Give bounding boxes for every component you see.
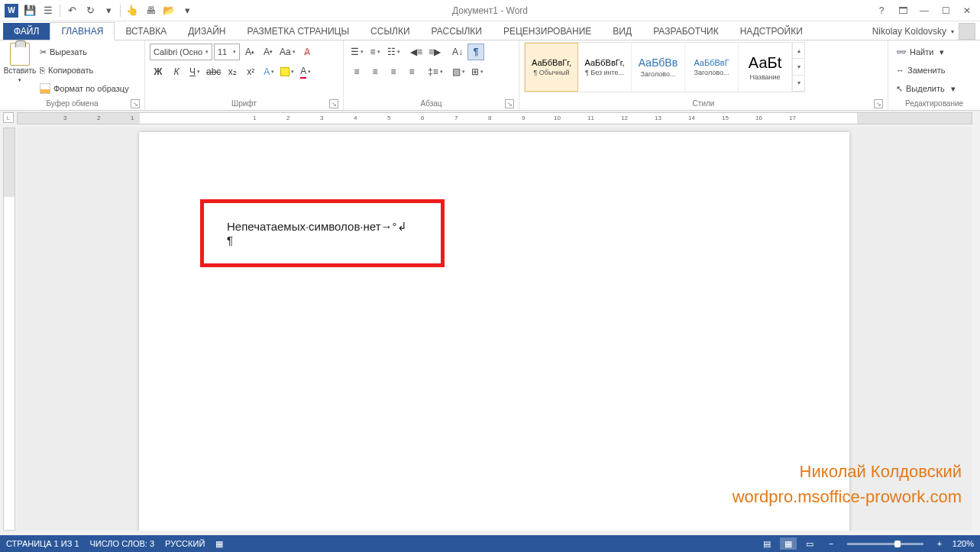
bold-button[interactable]: Ж — [150, 63, 167, 80]
tab-addins[interactable]: НАДСТРОЙКИ — [729, 23, 813, 40]
vertical-ruler[interactable] — [3, 128, 15, 531]
tab-layout[interactable]: РАЗМЕТКА СТРАНИЦЫ — [237, 23, 361, 40]
web-layout-icon[interactable]: ▭ — [801, 537, 818, 550]
minimize-icon[interactable]: — — [914, 3, 934, 18]
style-normal[interactable]: АаБбВвГг, ¶ Обычный — [525, 43, 578, 92]
superscript-button[interactable]: x² — [242, 63, 259, 80]
align-left-icon[interactable]: ≡ — [348, 63, 365, 80]
avatar[interactable] — [959, 23, 975, 40]
bullets-icon[interactable]: ☰▾ — [348, 44, 365, 60]
find-button[interactable]: 👓Найти▾ — [893, 44, 959, 60]
zoom-out-icon[interactable]: − — [823, 537, 839, 550]
increase-indent-icon[interactable]: ≡▶ — [426, 44, 443, 60]
align-right-icon[interactable]: ≡ — [385, 63, 402, 80]
numbering-icon[interactable]: ≡▾ — [367, 44, 383, 60]
clear-formatting-icon[interactable]: A̷ — [299, 44, 315, 60]
status-page[interactable]: СТРАНИЦА 1 ИЗ 1 — [6, 539, 79, 548]
page[interactable]: Непечатаемых·символов·нет→°↲ ¶ — [139, 132, 849, 531]
zoom-slider[interactable] — [847, 543, 923, 545]
align-center-icon[interactable]: ≡ — [367, 63, 383, 80]
font-name-combo[interactable]: Calibri (Осно▾ — [150, 44, 212, 60]
tab-review[interactable]: РЕЦЕНЗИРОВАНИЕ — [493, 23, 602, 40]
save-icon[interactable]: 💾 — [21, 2, 38, 19]
shrink-font-icon[interactable]: A▾ — [260, 44, 277, 60]
print-layout-icon[interactable]: ▦ — [780, 537, 797, 550]
open-icon[interactable]: 📂 — [160, 2, 177, 19]
decrease-indent-icon[interactable]: ◀≡ — [408, 44, 425, 60]
zoom-thumb[interactable] — [894, 541, 901, 547]
font-launcher-icon[interactable]: ↘ — [329, 99, 338, 108]
shading-icon[interactable]: ▧▾ — [451, 63, 467, 80]
qat-dropdown-icon[interactable]: ▾ — [100, 2, 117, 19]
change-case-icon[interactable]: Aa▾ — [278, 44, 297, 60]
undo-icon[interactable]: ↶ — [63, 2, 80, 19]
gallery-up-icon[interactable]: ▴ — [793, 43, 804, 59]
qat-generic-1[interactable]: ☰ — [40, 2, 57, 19]
style-sample: АаБt — [749, 54, 781, 72]
font-color-button[interactable]: A▾ — [297, 63, 314, 80]
style-title[interactable]: АаБt Название — [739, 43, 792, 92]
touch-mode-icon[interactable]: 👆 — [124, 2, 141, 19]
underline-button[interactable]: Ч▾ — [186, 63, 203, 80]
format-painter-button[interactable]: Формат по образцу — [37, 80, 132, 97]
close-icon[interactable]: ✕ — [957, 3, 977, 18]
zoom-value[interactable]: 120% — [953, 539, 974, 548]
status-bar: СТРАНИЦА 1 ИЗ 1 ЧИСЛО СЛОВ: 3 РУССКИЙ ▦ … — [0, 535, 980, 552]
line-spacing-icon[interactable]: ‡≡▾ — [426, 63, 445, 80]
text-effects-icon[interactable]: A▾ — [260, 63, 277, 80]
tab-design[interactable]: ДИЗАЙН — [177, 23, 236, 40]
read-mode-icon[interactable]: ▤ — [758, 537, 775, 550]
separator — [120, 5, 121, 17]
tab-references[interactable]: ССЫЛКИ — [360, 23, 420, 40]
status-macro-icon[interactable]: ▦ — [215, 539, 223, 549]
italic-button[interactable]: К — [168, 63, 185, 80]
grow-font-icon[interactable]: A▴ — [241, 44, 258, 60]
strike-button[interactable]: abc — [205, 63, 222, 80]
tab-insert[interactable]: ВСТАВКА — [115, 23, 177, 40]
borders-icon[interactable]: ⊞▾ — [469, 63, 486, 80]
replace-button[interactable]: ↔Заменить — [893, 62, 959, 79]
highlight-button[interactable]: ▾ — [279, 63, 296, 80]
tab-home[interactable]: ГЛАВНАЯ — [50, 22, 115, 40]
gallery-more-icon[interactable]: ▾ — [793, 76, 804, 92]
copy-button[interactable]: ⎘Копировать — [37, 62, 132, 79]
select-button[interactable]: ↖Выделить▾ — [893, 80, 959, 97]
font-size-combo[interactable]: 11▾ — [214, 44, 240, 60]
document-area[interactable]: Непечатаемых·символов·нет→°↲ ¶ — [17, 128, 972, 531]
justify-icon[interactable]: ≡ — [403, 63, 420, 80]
separator — [60, 5, 60, 17]
quick-print-icon[interactable]: 🖶 — [142, 2, 159, 19]
tab-mailings[interactable]: РАССЫЛКИ — [421, 23, 493, 40]
sort-icon[interactable]: A↓ — [449, 44, 466, 60]
zoom-in-icon[interactable]: + — [931, 537, 948, 550]
status-language[interactable]: РУССКИЙ — [165, 539, 205, 548]
subscript-button[interactable]: x₂ — [224, 63, 241, 80]
maximize-icon[interactable]: ☐ — [936, 3, 956, 18]
show-hide-paragraph-button[interactable]: ¶ — [467, 44, 484, 60]
tab-file[interactable]: ФАЙЛ — [3, 23, 50, 40]
qat-customize-icon[interactable]: ▾ — [179, 2, 196, 19]
document-text-line[interactable]: Непечатаемых·символов·нет→°↲ — [227, 220, 418, 234]
tab-developer[interactable]: РАЗРАБОТЧИК — [642, 23, 729, 40]
style-heading2[interactable]: АаБбВвГ Заголово... — [685, 43, 739, 92]
paste-button[interactable]: Вставить▾ — [5, 42, 35, 83]
style-heading1[interactable]: АаБбВв Заголово... — [632, 43, 685, 92]
user-area[interactable]: Nikolay Koldovsky ▾ — [872, 23, 980, 40]
cut-button[interactable]: ✂Вырезать — [37, 44, 132, 60]
multilevel-list-icon[interactable]: ☷▾ — [385, 44, 402, 60]
ribbon-display-icon[interactable]: 🗖 — [893, 3, 913, 18]
help-icon[interactable]: ? — [872, 3, 891, 18]
tab-selector-icon[interactable]: L — [3, 112, 14, 123]
copy-label: Копировать — [48, 66, 93, 75]
clipboard-launcher-icon[interactable]: ↘ — [131, 99, 140, 108]
status-words[interactable]: ЧИСЛО СЛОВ: 3 — [90, 539, 155, 548]
style-name: Название — [740, 73, 790, 81]
redo-icon[interactable]: ↻ — [82, 2, 99, 19]
paragraph-launcher-icon[interactable]: ↘ — [505, 99, 514, 108]
font-color-icon: A — [300, 66, 306, 79]
gallery-down-icon[interactable]: ▾ — [793, 59, 804, 75]
horizontal-ruler[interactable]: 3 2 1 1 2 3 4 5 6 7 8 9 10 11 12 13 14 1… — [17, 112, 972, 124]
tab-view[interactable]: ВИД — [602, 23, 642, 40]
styles-launcher-icon[interactable]: ↘ — [874, 99, 883, 108]
style-no-spacing[interactable]: АаБбВвГг, ¶ Без инте... — [578, 43, 632, 92]
